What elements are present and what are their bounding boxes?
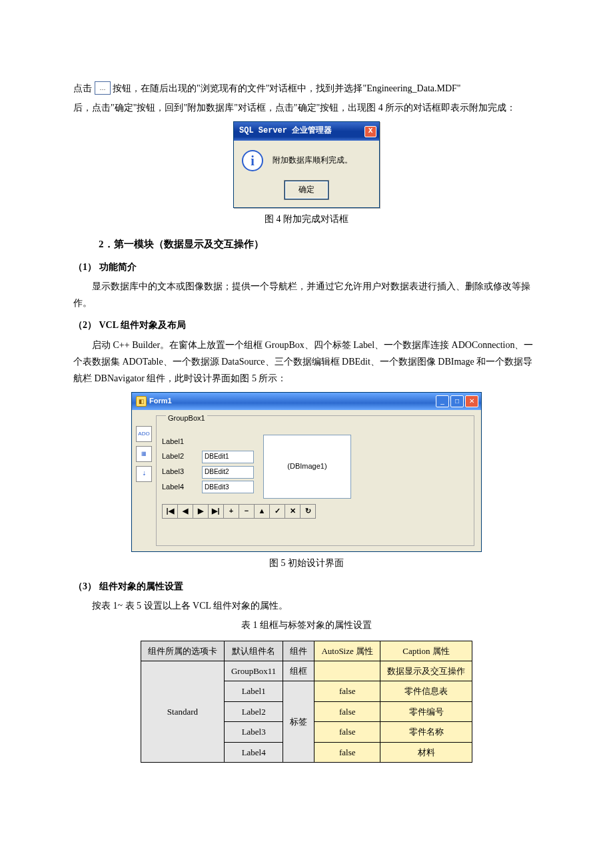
cell-name-4: Label4 bbox=[224, 742, 283, 762]
component-palette: ADO ▦ ⇣ bbox=[136, 414, 153, 547]
dbimage1[interactable]: (DBImage1) bbox=[263, 435, 351, 499]
cell-auto-3: false bbox=[314, 722, 380, 742]
cell-auto-4: false bbox=[314, 742, 380, 762]
nav-next-icon[interactable]: ▶ bbox=[193, 504, 209, 519]
close-icon[interactable]: X bbox=[364, 126, 376, 137]
nav-first-icon[interactable]: |◀ bbox=[162, 504, 178, 519]
dialog-title-text: SQL Server 企业管理器 bbox=[239, 124, 332, 139]
cell-comp-1: 标签 bbox=[283, 681, 314, 763]
nav-prior-icon[interactable]: ◀ bbox=[178, 504, 193, 519]
intro-paragraph-2: 后，点击"确定"按钮，回到"附加数据库"对话框，点击"确定"按钮，出现图 4 所… bbox=[73, 99, 540, 116]
form1-title-text: Form1 bbox=[149, 395, 172, 408]
form-icon: ◧ bbox=[136, 396, 147, 407]
cell-name-0: GroupBox11 bbox=[224, 661, 283, 681]
sub1-body: 显示数据库中的文本或图像数据；提供一个导航栏，并通过它允许用户对数据表进行插入、… bbox=[73, 278, 540, 311]
label1[interactable]: Label1 bbox=[162, 435, 195, 449]
close-icon[interactable]: ✕ bbox=[465, 395, 478, 407]
groupbox1[interactable]: GroupBox1 Label1 Label2 DBEdit1 Label3 D… bbox=[156, 415, 474, 546]
cell-cap-0: 数据显示及交互操作 bbox=[380, 661, 472, 681]
table-1: 组件所属的选项卡 默认组件名 组件 AutoSize 属性 Caption 属性… bbox=[141, 641, 472, 763]
nav-cancel-icon[interactable]: ✕ bbox=[285, 504, 301, 519]
nav-insert-icon[interactable]: + bbox=[224, 504, 239, 519]
cell-cap-3: 零件名称 bbox=[380, 722, 472, 742]
figure-4-caption: 图 4 附加完成对话框 bbox=[73, 211, 540, 227]
browse-icon: … bbox=[95, 81, 111, 95]
sub2-title: （2） VCL 组件对象及布局 bbox=[73, 317, 540, 333]
cell-name-2: Label2 bbox=[224, 701, 283, 721]
dialog-titlebar: SQL Server 企业管理器 X bbox=[234, 122, 379, 141]
cell-tab: Standard bbox=[141, 661, 224, 763]
intro-text-1a: 点击 bbox=[73, 83, 92, 93]
dialog-message: 附加数据库顺利完成。 bbox=[273, 153, 352, 168]
dbedit2[interactable]: DBEdit2 bbox=[202, 466, 254, 479]
sub2-body: 启动 C++ Builder。在窗体上放置一个组框 GroupBox、四个标签 … bbox=[73, 337, 540, 387]
intro-text-1b: 按钮，在随后出现的"浏览现有的文件"对话框中，找到并选择"Engineering… bbox=[113, 83, 461, 93]
sub3-body: 按表 1~ 表 5 设置以上各 VCL 组件对象的属性。 bbox=[73, 597, 540, 614]
section-2-title: 2．第一模块（数据显示及交互操作） bbox=[99, 235, 540, 253]
ok-button[interactable]: 确定 bbox=[285, 181, 328, 199]
intro-paragraph: 点击 … 按钮，在随后出现的"浏览现有的文件"对话框中，找到并选择"Engine… bbox=[73, 80, 540, 97]
cell-cap-2: 零件编号 bbox=[380, 701, 472, 721]
label2[interactable]: Label2 bbox=[162, 450, 195, 463]
th-caption: Caption 属性 bbox=[380, 641, 472, 661]
nav-post-icon[interactable]: ✓ bbox=[270, 504, 285, 519]
info-icon: i bbox=[242, 150, 263, 171]
cell-name-3: Label3 bbox=[224, 722, 283, 742]
nav-last-icon[interactable]: ▶| bbox=[209, 504, 224, 519]
dbedit3[interactable]: DBEdit3 bbox=[202, 481, 254, 493]
th-autosize: AutoSize 属性 bbox=[314, 641, 380, 661]
attach-complete-dialog: SQL Server 企业管理器 X i 附加数据库顺利完成。 确定 bbox=[233, 121, 380, 207]
cell-cap-1: 零件信息表 bbox=[380, 681, 472, 701]
dbedit1[interactable]: DBEdit1 bbox=[202, 451, 254, 463]
form1-titlebar: ◧ Form1 _ □ ✕ bbox=[132, 393, 481, 410]
minimize-icon[interactable]: _ bbox=[436, 395, 449, 407]
cell-auto-0 bbox=[314, 661, 380, 681]
dbnavigator[interactable]: |◀ ◀ ▶ ▶| + − ▲ ✓ ✕ ↻ bbox=[162, 504, 468, 519]
cell-auto-1: false bbox=[314, 681, 380, 701]
sub1-title: （1） 功能简介 bbox=[73, 259, 540, 275]
nav-edit-icon[interactable]: ▲ bbox=[255, 504, 270, 519]
ado-connection-icon[interactable]: ADO bbox=[136, 426, 152, 442]
label4[interactable]: Label4 bbox=[162, 481, 195, 494]
cell-name-1: Label1 bbox=[224, 681, 283, 701]
figure-5-caption: 图 5 初始设计界面 bbox=[73, 555, 540, 571]
cell-comp-0: 组框 bbox=[283, 661, 314, 681]
nav-refresh-icon[interactable]: ↻ bbox=[301, 504, 316, 519]
datasource-icon[interactable]: ⇣ bbox=[136, 466, 152, 482]
table-1-caption: 表 1 组框与标签对象的属性设置 bbox=[73, 617, 540, 633]
sub3-title: （3） 组件对象的属性设置 bbox=[73, 578, 540, 595]
cell-auto-2: false bbox=[314, 701, 380, 721]
label3[interactable]: Label3 bbox=[162, 465, 195, 479]
cell-cap-4: 材料 bbox=[380, 742, 472, 762]
form1-window: ◧ Form1 _ □ ✕ ADO ▦ ⇣ GroupBox1 Label bbox=[131, 392, 482, 552]
th-comp: 组件 bbox=[283, 641, 314, 661]
th-name: 默认组件名 bbox=[224, 641, 283, 661]
ado-table-icon[interactable]: ▦ bbox=[136, 446, 152, 462]
nav-delete-icon[interactable]: − bbox=[239, 504, 255, 519]
maximize-icon[interactable]: □ bbox=[450, 395, 464, 407]
groupbox-caption: GroupBox1 bbox=[166, 412, 207, 425]
th-tab: 组件所属的选项卡 bbox=[141, 641, 224, 661]
